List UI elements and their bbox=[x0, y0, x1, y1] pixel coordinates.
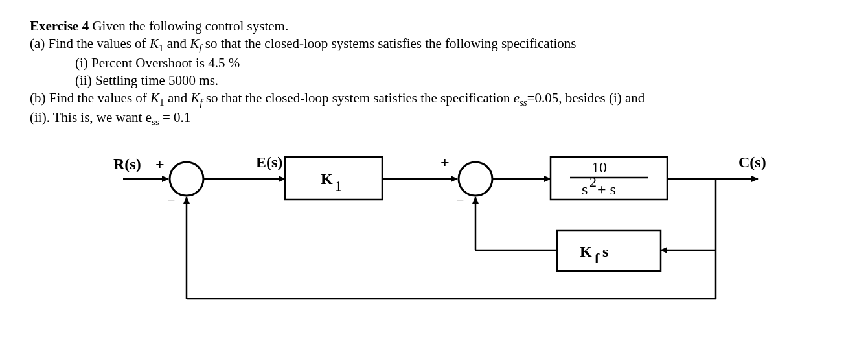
k1-k: K bbox=[150, 36, 159, 51]
signal-r-label: R(s) bbox=[113, 156, 141, 172]
part-b-l2a: (ii). This is, we want e bbox=[30, 110, 152, 125]
part-b-line1: (b) Find the values of K1 and Kf so that… bbox=[30, 90, 838, 108]
part-b-lead: (b) Find the values of bbox=[30, 90, 150, 106]
sum1-minus: − bbox=[167, 192, 175, 208]
part-a-lead: (a) Find the values of bbox=[30, 36, 150, 51]
part-b-line2: (ii). This is, we want ess = 0.1 bbox=[30, 110, 838, 128]
ess-sub: ss bbox=[520, 97, 527, 108]
signal-c-label: C(s) bbox=[738, 154, 766, 170]
ess-eq: =0.05, besides (i) and bbox=[527, 90, 645, 106]
kf-label-k: K bbox=[580, 243, 592, 260]
spec-i: (i) Percent Overshoot is 4.5 % bbox=[30, 55, 838, 71]
sum2-minus: − bbox=[456, 192, 464, 208]
signal-e-label: E(s) bbox=[256, 154, 282, 170]
part-b-mid: so that the closed-loop system satisfies… bbox=[203, 90, 514, 106]
kf-label-sub: f bbox=[595, 250, 600, 266]
plant-den-s: s bbox=[582, 181, 588, 198]
exercise-title: Exercise 4 Given the following control s… bbox=[30, 18, 838, 34]
block-kf bbox=[557, 231, 661, 271]
kf-k: K bbox=[190, 36, 199, 51]
k1-sub-b: 1 bbox=[159, 97, 165, 108]
k1-label-sub: 1 bbox=[335, 178, 342, 194]
block-diagram: R(s) + − E(s) K 1 + − bbox=[30, 140, 838, 309]
summing-junction-1 bbox=[170, 162, 203, 196]
part-a: (a) Find the values of K1 and Kf so that… bbox=[30, 36, 838, 54]
kf-label-s: s bbox=[602, 243, 608, 260]
ess-e: e bbox=[514, 90, 520, 106]
plant-den-rest: + s bbox=[597, 181, 616, 198]
k1-k-b: K bbox=[150, 90, 159, 106]
part-b-l2sub: ss bbox=[152, 117, 159, 128]
summing-junction-2 bbox=[459, 162, 492, 196]
part-a-tail: so that the closed-loop systems satisfie… bbox=[202, 36, 577, 51]
part-b-l2tail: = 0.1 bbox=[159, 110, 191, 125]
and-2: and bbox=[165, 90, 191, 106]
spec-ii: (ii) Settling time 5000 ms. bbox=[30, 73, 838, 89]
plant-den-exp: 2 bbox=[589, 174, 597, 190]
title-rest: Given the following control system. bbox=[89, 18, 288, 34]
rs-plus: + bbox=[155, 156, 165, 172]
title-prefix: Exercise 4 bbox=[30, 18, 89, 34]
sum2-plus: + bbox=[440, 154, 450, 170]
k1-label-k: K bbox=[321, 170, 333, 187]
and-1: and bbox=[163, 36, 190, 51]
block-k1 bbox=[285, 157, 382, 200]
kf-k-b: K bbox=[190, 90, 200, 106]
